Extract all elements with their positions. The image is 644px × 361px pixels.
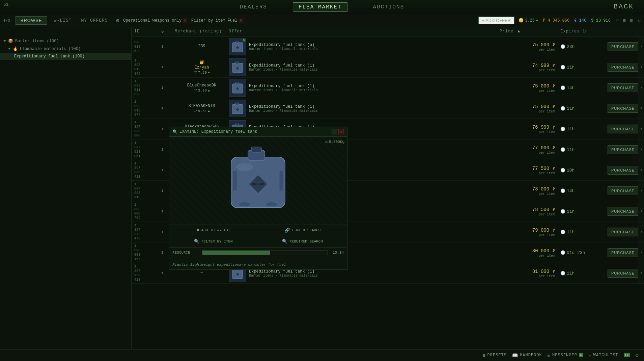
- purchase-button[interactable]: PURCHASE: [608, 83, 638, 92]
- bottom-action-badge: 14: [624, 353, 630, 357]
- row-expand[interactable]: ▼: [639, 222, 644, 242]
- back-button[interactable]: BACK: [614, 3, 634, 10]
- presets-button[interactable]: ⊞ PRESETS: [482, 353, 507, 358]
- row-expand[interactable]: ▼: [639, 201, 644, 222]
- row-expand[interactable]: ▼: [639, 36, 644, 57]
- view-list-icon[interactable]: ≡: [615, 17, 620, 24]
- toolbar: 0/3 BROWSE W-LIST MY OFFERS ⚙ Operationa…: [0, 14, 644, 27]
- price-value: 77 500: [532, 166, 549, 171]
- clock-icon: 🕐: [560, 209, 565, 214]
- price-per-item: per item: [500, 48, 555, 52]
- tree-expand-barter: [3, 40, 6, 42]
- refresh-icon[interactable]: ↻: [638, 18, 641, 23]
- row-qty: 1: [161, 86, 175, 90]
- svg-rect-18: [236, 123, 239, 125]
- purchase-button[interactable]: PURCHASE: [608, 145, 638, 154]
- required-search-button[interactable]: 🔍 REQUIRED SEARCH: [258, 236, 347, 247]
- top-left-num: 61: [3, 2, 9, 7]
- purchase-button[interactable]: PURCHASE: [608, 228, 638, 236]
- expires-value: 11h: [567, 271, 575, 276]
- item-thumbnail: [229, 79, 246, 97]
- messenger-button[interactable]: ✉ MESSENGER 6: [548, 353, 583, 358]
- price-cell: 75 000 ₽ per item: [500, 42, 560, 52]
- price-cell: 77 500 ₽ per item: [500, 165, 560, 175]
- linked-search-button[interactable]: 🔗 LINKED SEARCH: [258, 225, 347, 236]
- my-offers-tab[interactable]: MY OFFERS: [78, 17, 110, 24]
- filter-by-item-button[interactable]: 🔍 FILTER BY ITEM: [169, 236, 258, 247]
- item-name: Expeditionary fuel tank (1): [249, 104, 318, 109]
- row-expand[interactable]: ▼: [639, 78, 644, 98]
- filter-item-tag: Filter by item Fuel ✕: [191, 18, 243, 23]
- item-path: Barter items › Flammable materials: [249, 274, 318, 278]
- col-refresh[interactable]: ↻: [161, 29, 175, 34]
- merchant-cell: —: [175, 270, 229, 276]
- popup-minimize-button[interactable]: _: [332, 129, 337, 134]
- purchase-button[interactable]: PURCHASE: [608, 186, 638, 195]
- expires-value: 11h: [567, 147, 575, 152]
- svg-rect-10: [236, 82, 239, 83]
- item-name: Expeditionary fuel tank (1): [249, 63, 318, 68]
- purchase-button[interactable]: PURCHASE: [608, 207, 638, 216]
- col-price[interactable]: Price ▲: [500, 29, 560, 34]
- clock-icon: 🕐: [560, 65, 565, 70]
- row-expand[interactable]: ▼: [639, 98, 644, 119]
- row-id: 1 897 998 918: [134, 182, 161, 200]
- view-grid-large-icon[interactable]: ⊟: [628, 17, 634, 24]
- settings-icon[interactable]: ⚙: [116, 17, 119, 24]
- currency-rub-rate: 🪙 3.25 ▲: [519, 18, 538, 23]
- tree-item-barter[interactable]: 📦 Barter items (100): [0, 37, 131, 45]
- price-per-item: per item: [500, 172, 555, 175]
- popup-close-button[interactable]: ✕: [338, 129, 344, 134]
- price-value: 78 000: [532, 186, 549, 192]
- row-expand[interactable]: ▼: [639, 119, 644, 139]
- popup-description: Plastic lightweight expeditionary canist…: [169, 260, 347, 269]
- bottom-action-number[interactable]: 14: [624, 353, 630, 357]
- browse-button[interactable]: BROWSE: [16, 16, 47, 25]
- add-offer-button[interactable]: + ADD OFFER: [478, 17, 515, 24]
- messenger-icon: ✉: [548, 353, 551, 358]
- row-qty: 1: [161, 106, 175, 110]
- view-grid-small-icon[interactable]: ⊞: [621, 17, 627, 24]
- purchase-button[interactable]: PURCHASE: [608, 104, 638, 113]
- add-to-wlist-button[interactable]: ♥ ADD TO W-LIST: [169, 225, 258, 236]
- expires-cell: 🕐 01d 23h: [560, 250, 608, 255]
- handbook-button[interactable]: 📖 HANDBOOK: [512, 353, 542, 358]
- row-expand[interactable]: ▼: [639, 160, 644, 180]
- price-value: 79 000: [532, 228, 549, 233]
- item-thumbnail: [229, 100, 246, 117]
- nav-dealers[interactable]: DEALERS: [234, 3, 273, 11]
- item-info: Expeditionary fuel tank (1) Barter items…: [249, 269, 318, 278]
- bottom-settings-icon[interactable]: ⚙: [635, 352, 639, 359]
- purchase-button[interactable]: PURCHASE: [608, 248, 638, 257]
- purchase-button[interactable]: PURCHASE: [608, 63, 638, 72]
- row-expand[interactable]: ▼: [639, 139, 644, 160]
- expires-cell: 🕐 10h: [560, 168, 608, 173]
- row-expand[interactable]: ▼: [639, 242, 644, 263]
- price-value: 81 000: [532, 269, 549, 274]
- nav-auctions[interactable]: AUCTIONS: [368, 3, 410, 11]
- row-expand[interactable]: ▼: [639, 57, 644, 77]
- purchase-button[interactable]: PURCHASE: [608, 42, 638, 51]
- purchase-button[interactable]: PURCHASE: [608, 166, 638, 175]
- row-expand[interactable]: ▼: [639, 181, 644, 201]
- nav-flea-market[interactable]: FLEA MARKET: [293, 2, 347, 12]
- tree-item-fuel-tank[interactable]: Expeditionary fuel tank (100): [0, 53, 131, 60]
- popup-actions: ♥ ADD TO W-LIST 🔗 LINKED SEARCH 🔍 FILTER…: [169, 225, 347, 248]
- filter-item-close[interactable]: ✕: [239, 18, 243, 23]
- wlist-tab[interactable]: W-LIST: [51, 17, 75, 24]
- price-per-item: per item: [500, 130, 555, 134]
- popup-header: 🔍 EXAMINE: Expeditionary fuel tank _ ✕: [169, 127, 347, 137]
- row-id: 1 897 860 411: [134, 161, 161, 179]
- price-value: 75 000: [532, 104, 549, 109]
- purchase-button[interactable]: PURCHASE: [608, 125, 638, 133]
- purchase-button[interactable]: PURCHASE: [608, 269, 638, 278]
- purchase-action: PURCHASE ▼: [608, 248, 641, 257]
- item-cell: Expeditionary fuel tank (1) Barter items…: [229, 58, 500, 76]
- tree-item-flammable[interactable]: 🔥 Flammable materials (100): [0, 45, 131, 53]
- item-info: Expeditionary fuel tank (5) Barter items…: [249, 43, 318, 51]
- watchlist-button[interactable]: ⚠ WATCHLIST: [588, 353, 618, 358]
- row-expand[interactable]: ▼: [639, 263, 644, 283]
- merchant-rating: 🛡9.61▲: [194, 109, 210, 113]
- row-id: 1 898 000 709: [134, 203, 161, 220]
- filter-operational-close[interactable]: ✕: [183, 18, 187, 23]
